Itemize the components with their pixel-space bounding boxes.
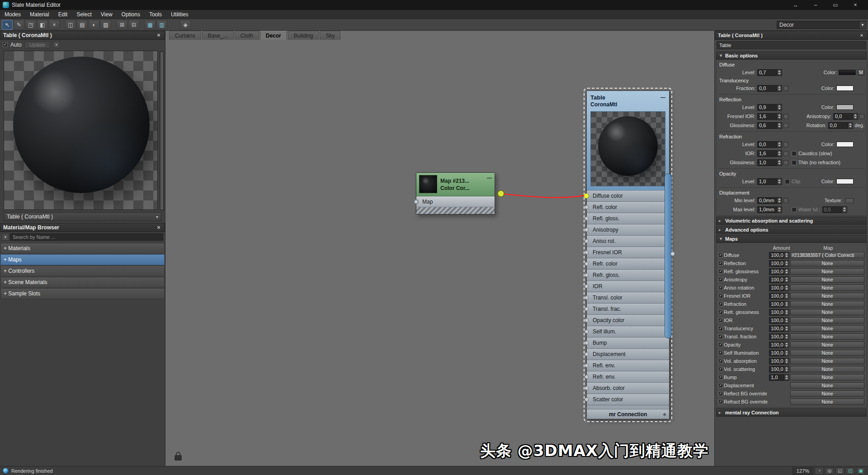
menu-item[interactable]: Utilities — [171, 11, 189, 18]
map-node[interactable]: Map #213... Color Cor... — Map — [416, 172, 495, 214]
input-port-icon[interactable] — [585, 330, 589, 334]
browser-category-item[interactable]: + Materials — [0, 243, 165, 254]
view-selector-dropdown[interactable]: Decor ▾ — [777, 21, 866, 29]
zoom-tool-icon[interactable]: ◎ — [825, 467, 834, 475]
table-node-header[interactable]: Table — CoronaMtl — [587, 91, 669, 190]
input-port-icon[interactable] — [585, 273, 589, 277]
collapse-node-icon[interactable]: — — [660, 95, 665, 100]
map-slot-button[interactable]: None — [790, 342, 864, 348]
map-enabled-checkbox[interactable]: ✓ — [718, 302, 723, 306]
water-level-spinner[interactable]: 0,5 — [822, 206, 847, 213]
input-port-icon[interactable] — [585, 262, 589, 266]
input-port-icon[interactable] — [585, 205, 589, 209]
node-input-slot[interactable]: Refl. env. — [587, 360, 669, 371]
maximize-icon[interactable]: ▭ — [826, 0, 845, 10]
browser-options-icon[interactable]: ▾ — [2, 233, 9, 241]
rotation-spinner[interactable]: 0,0 — [828, 122, 853, 129]
map-enabled-checkbox[interactable]: ✓ — [718, 285, 723, 290]
output-port-connected-icon[interactable] — [498, 190, 504, 197]
map-enabled-checkbox[interactable]: ✓ — [718, 375, 723, 380]
zoom-extents-selected-icon[interactable]: ▣ — [856, 467, 865, 475]
input-port-icon[interactable] — [585, 318, 589, 323]
map-enabled-checkbox[interactable]: ✓ — [718, 310, 723, 314]
map-slot-button[interactable]: None — [790, 309, 864, 315]
collapse-node-icon[interactable]: — — [487, 175, 492, 194]
zoom-extents-icon[interactable]: ◰ — [846, 467, 855, 475]
hide-unused-nodeslots-icon[interactable]: ▤ — [77, 20, 88, 30]
preview-panel-header[interactable]: Table ( CoronaMtl ) × — [0, 31, 165, 40]
map-enabled-checkbox[interactable]: ✓ — [718, 391, 723, 396]
menu-item[interactable]: Material — [30, 11, 49, 18]
refraction-glossiness-spinner[interactable]: 1,0 — [757, 159, 782, 166]
map-enabled-checkbox[interactable]: ✓ — [718, 342, 723, 347]
map-amount-spinner[interactable]: 100,0 — [769, 325, 789, 332]
map-slot-button[interactable]: None — [790, 293, 864, 299]
ior-spinner[interactable]: 1,6 — [757, 150, 782, 157]
opacity-color-swatch[interactable] — [836, 179, 854, 184]
node-input-slot[interactable]: Refr. gloss. — [587, 270, 669, 281]
browser-category-item[interactable]: + Maps — [0, 254, 165, 265]
input-port-icon[interactable] — [585, 307, 589, 311]
map-slot-button[interactable]: None — [790, 285, 864, 291]
close-icon[interactable]: × — [156, 224, 162, 231]
displacement-texture-button[interactable] — [845, 198, 854, 203]
map-amount-spinner[interactable]: 100,0 — [769, 301, 789, 308]
map-enabled-checkbox[interactable]: ✓ — [718, 334, 723, 339]
opacity-level-spinner[interactable]: 1,0 — [757, 178, 782, 185]
refraction-level-spinner[interactable]: 0,0 — [757, 141, 782, 148]
minimize-icon[interactable]: – — [806, 0, 826, 10]
auto-checkbox[interactable]: ✓ — [3, 42, 8, 47]
put-material-to-scene-icon[interactable]: ◳ — [25, 20, 36, 30]
show-background-icon[interactable]: ▨ — [100, 20, 111, 30]
map-amount-spinner[interactable]: 100,0 — [769, 333, 789, 340]
material-id-channel-icon[interactable]: ▦ — [145, 20, 156, 30]
output-port-icon[interactable] — [670, 252, 675, 256]
pan-view-icon[interactable]: ◔ — [815, 467, 824, 475]
min-level-spinner[interactable]: 0,0mm — [757, 197, 782, 204]
material-name-field[interactable]: Table — [717, 41, 866, 49]
canvas-tab[interactable]: Building — [288, 31, 319, 40]
map-amount-spinner[interactable]: 100,0 — [769, 285, 789, 291]
node-input-slot[interactable]: Bump — [587, 337, 669, 349]
node-output-strip[interactable] — [665, 173, 672, 338]
map-enabled-checkbox[interactable]: ✓ — [718, 367, 723, 371]
node-input-slot[interactable]: Refr. env. — [587, 371, 669, 383]
map-amount-spinner[interactable]: 100,0 — [769, 309, 789, 316]
input-port-icon[interactable] — [585, 398, 589, 402]
map-amount-spinner[interactable]: 100,0 — [769, 293, 789, 299]
thin-checkbox[interactable] — [792, 160, 797, 165]
map-enabled-checkbox[interactable]: ✓ — [718, 326, 723, 331]
map-amount-spinner[interactable]: 100,0 — [769, 342, 789, 348]
lay-out-children-icon[interactable]: ⊟ — [128, 20, 139, 30]
material-preview[interactable] — [4, 51, 158, 210]
node-input-slot[interactable]: Refl. color — [587, 202, 669, 213]
map-slot-button[interactable]: None — [790, 333, 864, 340]
mr-connection-footer[interactable]: mr Connection ◆ — [587, 409, 669, 419]
node-input-slot[interactable]: Opacity color — [587, 315, 669, 326]
fraction-spinner[interactable]: 0,0 — [757, 85, 782, 92]
map-enabled-checkbox[interactable]: ✓ — [718, 383, 723, 388]
map-slot-button[interactable]: None — [790, 382, 864, 389]
map-slot-button[interactable]: None — [790, 276, 864, 283]
map-slot-button[interactable]: None — [790, 325, 864, 332]
node-input-slot[interactable]: Scatter color — [587, 394, 669, 405]
input-port-icon[interactable] — [585, 239, 589, 243]
menu-item[interactable]: Select — [76, 11, 91, 18]
translucency-color-swatch[interactable] — [836, 86, 854, 91]
node-input-slot[interactable]: Aniso rot. — [587, 236, 669, 247]
map-amount-spinner[interactable]: 1,0 — [769, 374, 789, 381]
select-tool-icon[interactable]: ↖ — [2, 20, 13, 30]
input-port-icon[interactable] — [414, 199, 419, 204]
map-amount-spinner[interactable]: 100,0 — [769, 252, 789, 259]
update-button[interactable]: Update — [24, 41, 50, 48]
chevron-down-icon[interactable]: ▾ — [859, 21, 866, 28]
map-slot-button[interactable]: None — [790, 390, 864, 397]
node-input-slot[interactable]: Refr. color — [587, 258, 669, 270]
map-slot-button[interactable]: None — [790, 301, 864, 307]
diffuse-connection-wire[interactable] — [501, 194, 584, 198]
table-material-node[interactable]: Table — CoronaMtl Diffuse colorRefl. col… — [586, 90, 670, 419]
delete-selected-icon[interactable]: × — [49, 20, 60, 30]
node-input-slot[interactable]: Anisotropy — [587, 224, 669, 236]
map-enabled-checkbox[interactable]: ✓ — [718, 351, 723, 355]
node-input-slot[interactable]: Transl. frac. — [587, 304, 669, 315]
